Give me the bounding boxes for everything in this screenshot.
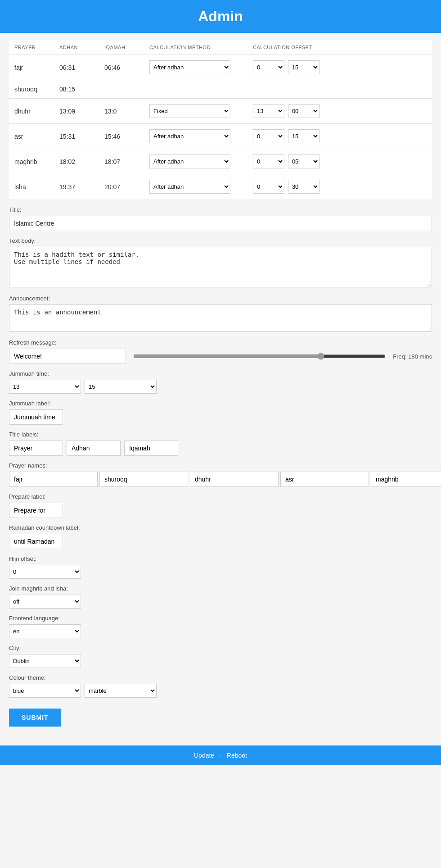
join-section: Join maghrib and isha: off on xyxy=(9,585,432,609)
join-select[interactable]: off on xyxy=(9,595,81,609)
iqamah-fajr: 06:46 xyxy=(104,64,120,71)
submit-button[interactable]: SUBMIT xyxy=(9,709,61,727)
city-label: City: xyxy=(9,645,432,651)
calc-method-isha[interactable]: After adhan Fixed xyxy=(149,180,230,194)
jummah-label-input[interactable] xyxy=(9,409,63,425)
colour-select2[interactable]: marble plain dark xyxy=(85,684,157,698)
announcement-textarea[interactable]: This is an announcement xyxy=(9,304,432,332)
colour-section: Colour theme: blue green red marble plai… xyxy=(9,674,432,698)
update-link[interactable]: Update xyxy=(194,752,214,759)
iqamah-maghrib: 18:07 xyxy=(104,158,120,165)
iqamah-dhuhr: 13:0 xyxy=(104,108,117,115)
offset1-isha[interactable]: 01 xyxy=(253,180,284,194)
colour-select1[interactable]: blue green red xyxy=(9,684,81,698)
prayer-name-maghrib-input[interactable] xyxy=(371,472,441,487)
prepare-input[interactable] xyxy=(9,503,63,518)
iqamah-asr: 15:46 xyxy=(104,133,120,140)
col-calc-offset: CALCULATION OFFSET xyxy=(248,40,432,55)
jummah-hour-select[interactable]: 12 13 14 xyxy=(9,380,81,394)
jummah-time-label: Jummuah time: xyxy=(9,370,432,377)
prayer-names-label: Prayer names: xyxy=(9,462,432,469)
calc-method-fajr[interactable]: After adhan Fixed After sunrise xyxy=(149,60,230,74)
refresh-input[interactable] xyxy=(9,349,126,364)
table-row: isha 19:37 20:07 After adhan Fixed 01 30… xyxy=(9,174,432,200)
col-calc-method: CALCULATION METHOD xyxy=(144,40,248,55)
title-labels-label: Title labels: xyxy=(9,431,432,438)
prayer-name-shurooq: shurooq xyxy=(14,86,37,93)
prayer-name-shurooq-input[interactable] xyxy=(99,472,188,487)
title-section: Title: xyxy=(9,206,432,231)
ramadan-label-label: Ramadan countdown label: xyxy=(9,524,432,531)
prayer-name-asr-input[interactable] xyxy=(280,472,369,487)
refresh-label: Refresh message: xyxy=(9,339,432,346)
offset2-maghrib[interactable]: 05001015 xyxy=(288,155,320,168)
prayer-name-fajr: fajr xyxy=(14,64,23,71)
prayer-name-isha: isha xyxy=(14,183,26,191)
prayer-name-dhuhr-input[interactable] xyxy=(190,472,279,487)
text-body-textarea[interactable]: This is a hadith text or similar. Use mu… xyxy=(9,247,432,287)
offset1-asr[interactable]: 01 xyxy=(253,129,284,143)
page-title: Admin xyxy=(198,8,243,24)
freq-slider[interactable] xyxy=(133,353,386,360)
adhan-dhuhr: 13:09 xyxy=(59,108,75,115)
offset2-isha[interactable]: 300015 xyxy=(288,180,320,194)
city-select[interactable]: Dublin London Paris New York xyxy=(9,654,81,668)
jummah-label-section: Jummuah label: xyxy=(9,400,432,425)
title-label-prayer-input[interactable] xyxy=(9,441,63,456)
table-row: maghrib 18:02 18:07 After adhan Fixed 01… xyxy=(9,149,432,174)
calc-method-dhuhr[interactable]: After adhan Fixed After sunrise xyxy=(149,104,230,118)
header: Admin xyxy=(0,0,441,33)
hijri-section: Hijri offset: -2 -1 0 1 2 xyxy=(9,555,432,579)
freq-label: Freq: 180 mins xyxy=(393,353,432,360)
adhan-fajr: 06:31 xyxy=(59,64,75,71)
join-label: Join maghrib and isha: xyxy=(9,585,432,592)
prepare-section: Prepare label: xyxy=(9,493,432,518)
offset2-fajr[interactable]: 15000510202530 xyxy=(288,60,320,74)
calc-method-asr[interactable]: After adhan Fixed xyxy=(149,129,230,143)
title-label-adhan-input[interactable] xyxy=(67,441,121,456)
language-section: Frontend language: en ar fr xyxy=(9,615,432,638)
reboot-link[interactable]: Reboot xyxy=(227,752,247,759)
title-label-iqamah-input[interactable] xyxy=(124,441,178,456)
calc-method-maghrib[interactable]: After adhan Fixed xyxy=(149,155,230,168)
title-labels-section: Title labels: xyxy=(9,431,432,456)
ramadan-section: Ramadan countdown label: xyxy=(9,524,432,549)
col-adhan: ADHAN xyxy=(54,40,99,55)
city-section: City: Dublin London Paris New York xyxy=(9,645,432,668)
table-row: dhuhr 13:09 13:0 After adhan Fixed After… xyxy=(9,99,432,124)
footer-separator: · xyxy=(220,752,221,759)
refresh-section: Refresh message: Freq: 180 mins xyxy=(9,339,432,364)
prayer-table: PRAYER ADHAN IQAMAH CALCULATION METHOD C… xyxy=(9,40,432,199)
language-label: Frontend language: xyxy=(9,615,432,622)
footer: Update · Reboot xyxy=(0,745,441,765)
col-iqamah: IQAMAH xyxy=(99,40,144,55)
language-select[interactable]: en ar fr xyxy=(9,624,81,638)
prayer-name-fajr-input[interactable] xyxy=(9,472,98,487)
table-row: asr 15:31 15:46 After adhan Fixed 01 150… xyxy=(9,124,432,149)
freq-slider-container xyxy=(133,353,386,360)
text-body-section: Text body: This is a hadith text or simi… xyxy=(9,237,432,289)
title-input[interactable] xyxy=(9,216,432,231)
announcement-section: Announcement: This is an announcement xyxy=(9,295,432,333)
title-label: Title: xyxy=(9,206,432,213)
colour-label: Colour theme: xyxy=(9,674,432,681)
offset2-dhuhr[interactable]: 001530 xyxy=(288,104,320,118)
hijri-select[interactable]: -2 -1 0 1 2 xyxy=(9,565,81,579)
prayer-names-section: Prayer names: xyxy=(9,462,432,487)
hijri-label: Hijri offset: xyxy=(9,555,432,562)
offset2-asr[interactable]: 150030 xyxy=(288,129,320,143)
text-body-label: Text body: xyxy=(9,237,432,244)
table-row: shurooq 08:15 xyxy=(9,80,432,99)
offset1-dhuhr[interactable]: 1301 xyxy=(253,104,284,118)
jummah-minute-select[interactable]: 00 15 30 45 xyxy=(85,380,157,394)
ramadan-input[interactable] xyxy=(9,534,63,549)
adhan-isha: 19:37 xyxy=(59,183,75,191)
announcement-label: Announcement: xyxy=(9,295,432,302)
adhan-asr: 15:31 xyxy=(59,133,75,140)
prayer-name-dhuhr: dhuhr xyxy=(14,108,31,115)
adhan-shurooq: 08:15 xyxy=(59,86,75,93)
offset1-maghrib[interactable]: 01 xyxy=(253,155,284,168)
adhan-maghrib: 18:02 xyxy=(59,158,75,165)
offset1-fajr[interactable]: 012 xyxy=(253,60,284,74)
jummah-label-label: Jummuah label: xyxy=(9,400,432,407)
